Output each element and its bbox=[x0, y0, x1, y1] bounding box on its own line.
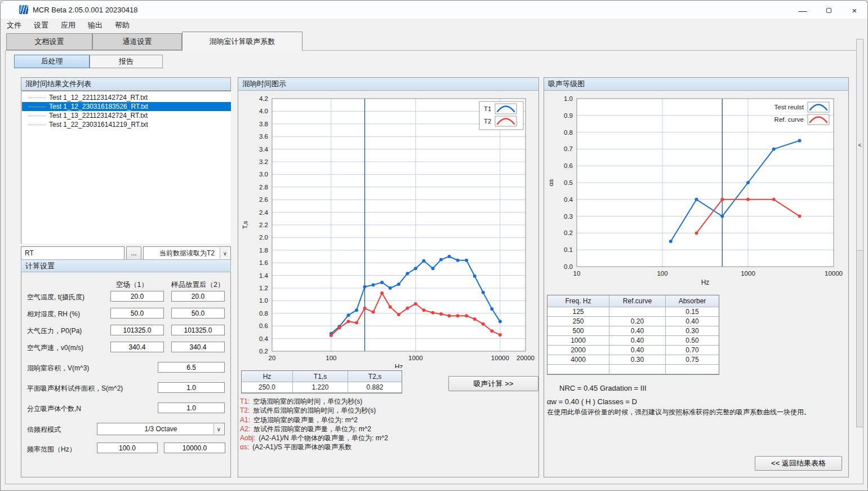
temperature-input-2[interactable] bbox=[171, 291, 225, 302]
table-cell: 250 bbox=[547, 317, 609, 326]
menu-item-help[interactable]: 帮助 bbox=[109, 19, 136, 32]
svg-text:αs: αs bbox=[547, 179, 554, 187]
table-row[interactable]: 20000.400.70 bbox=[547, 346, 719, 355]
window-title: MCR Beta 2.05.0.001 20230418 bbox=[33, 6, 137, 14]
table-cell: 0.40 bbox=[609, 346, 666, 355]
note-label: αs: bbox=[240, 443, 249, 451]
svg-text:0.3: 0.3 bbox=[564, 213, 573, 220]
svg-text:0.6: 0.6 bbox=[564, 162, 573, 169]
pressure-input-2[interactable] bbox=[171, 325, 225, 335]
table-row[interactable]: 1250.15 bbox=[547, 307, 719, 317]
table-cell: 0.40 bbox=[609, 326, 666, 336]
freq-min-input[interactable] bbox=[97, 443, 158, 453]
svg-text:0.1: 0.1 bbox=[564, 246, 573, 253]
table-header: T2,s bbox=[348, 371, 402, 382]
expand-panel-button[interactable]: < bbox=[857, 39, 863, 251]
absorption-panel: 吸声等级图 0.00.10.20.30.40.50.60.70.80.91.01… bbox=[544, 77, 849, 477]
menu-item-output[interactable]: 输出 bbox=[82, 19, 109, 32]
sample-area-input[interactable] bbox=[158, 382, 225, 393]
table-header: Freq. Hz bbox=[547, 295, 609, 307]
svg-text:T,s: T,s bbox=[242, 220, 248, 229]
subtab-postprocess[interactable]: 后处理 bbox=[14, 55, 90, 68]
table-cell bbox=[609, 365, 666, 374]
file-item[interactable]: Test 1_12_221123142724_RT.txt bbox=[22, 93, 231, 102]
menu-item-apply[interactable]: 应用 bbox=[55, 19, 82, 32]
table-cell: 250.0 bbox=[242, 382, 293, 393]
freq-max-input[interactable] bbox=[164, 443, 225, 453]
rt-chart[interactable]: 0.20.40.60.81.01.21.41.61.82.02.22.42.62… bbox=[239, 92, 538, 368]
note-text: 空场混响室的吸声量，单位为: m^2 bbox=[253, 416, 358, 424]
table-cell: 0.15 bbox=[666, 307, 719, 317]
svg-text:0.0: 0.0 bbox=[564, 263, 573, 270]
sound-speed-input-1[interactable] bbox=[110, 342, 164, 352]
octave-mode-label: 倍频程模式 bbox=[27, 425, 61, 435]
svg-text:2.8: 2.8 bbox=[259, 184, 268, 191]
absorption-chart[interactable]: 0.00.10.20.30.40.50.60.70.80.91.01010010… bbox=[545, 92, 848, 290]
absorption-calc-button[interactable]: 吸声计算 >> bbox=[448, 376, 538, 391]
nrc-result: NRC = 0.45 Gradation = III bbox=[559, 384, 647, 392]
svg-text:Hz: Hz bbox=[701, 278, 710, 286]
file-item[interactable]: Test 1_12_230316183526_RT.txt bbox=[22, 102, 231, 111]
minimize-button[interactable]: — bbox=[791, 3, 814, 17]
table-cell: 0.882 bbox=[348, 382, 402, 393]
room-volume-input[interactable] bbox=[158, 362, 225, 373]
humidity-input-1[interactable] bbox=[110, 308, 164, 319]
temperature-input-1[interactable] bbox=[110, 291, 164, 302]
sound-speed-input-2[interactable] bbox=[171, 342, 225, 352]
table-row[interactable]: 2500.200.40 bbox=[547, 317, 719, 326]
subtab-report[interactable]: 报告 bbox=[90, 55, 163, 68]
file-list[interactable]: Test 1_12_221123142724_RT.txtTest 1_12_2… bbox=[22, 91, 231, 244]
table-row[interactable] bbox=[547, 365, 719, 374]
tab-reverb-absorption[interactable]: 混响室计算吸声系数 bbox=[182, 32, 302, 51]
back-to-results-button[interactable]: << 返回结果表格 bbox=[755, 456, 842, 471]
file-item[interactable]: Test 1_22_230316141219_RT.txt bbox=[22, 120, 231, 129]
table-row[interactable]: 250.01.2200.882 bbox=[242, 382, 402, 393]
calc-settings-title: 计算设置 bbox=[21, 259, 231, 272]
note-text: 空场混响室的混响时间，单位为秒(s) bbox=[253, 397, 362, 405]
note-line: αs:(A2-A1)/S 平面吸声体的吸声系数 bbox=[240, 443, 388, 452]
note-label: Aobj: bbox=[240, 434, 255, 442]
octave-mode-dropdown[interactable]: 1/3 Octave ∨ bbox=[97, 423, 225, 435]
table-cell: 125 bbox=[547, 307, 609, 317]
rt-suffix-input[interactable] bbox=[21, 246, 124, 260]
tab-channel-settings[interactable]: 通道设置 bbox=[92, 33, 182, 50]
data-read-mode-dropdown[interactable]: 当前数据读取为T2 ∨ bbox=[143, 246, 231, 260]
menu-item-file[interactable]: 文件 bbox=[1, 19, 28, 32]
note-line: T2:放试件后混响室的混响时间，单位为秒(s) bbox=[240, 406, 388, 415]
svg-text:0.9: 0.9 bbox=[564, 112, 573, 119]
browse-button[interactable]: ... bbox=[126, 246, 141, 260]
table-row[interactable]: 10000.400.50 bbox=[547, 336, 719, 346]
svg-text:20000: 20000 bbox=[517, 355, 535, 361]
collapsed-side-panel: < bbox=[856, 39, 863, 427]
note-line: A2:放试件后混响室的吸声量，单位为: m^2 bbox=[240, 424, 388, 434]
octave-mode-value: 1/3 Octave bbox=[144, 425, 177, 433]
main-panel: 后处理 报告 混时间结果文件列表 Test 1_12_221123142724_… bbox=[5, 50, 863, 484]
tab-strip: 文档设置通道设置混响室计算吸声系数 bbox=[1, 32, 867, 50]
svg-text:0.2: 0.2 bbox=[564, 229, 573, 236]
maximize-button[interactable] bbox=[817, 3, 840, 17]
table-row[interactable]: 5000.400.30 bbox=[547, 326, 719, 336]
absorber-count-input[interactable] bbox=[158, 402, 225, 413]
menu-item-settings[interactable]: 设置 bbox=[28, 19, 55, 32]
note-text: 放试件后混响室的混响时间，单位为秒(s) bbox=[253, 406, 376, 414]
svg-text:3.6: 3.6 bbox=[259, 133, 268, 140]
table-header-row: HzT1,sT2,s bbox=[242, 371, 402, 382]
sound-speed-label: 空气声速，v0(m/s) bbox=[27, 343, 83, 353]
close-button[interactable]: × bbox=[843, 3, 866, 17]
file-item[interactable]: Test 1_13_221123142724_RT.txt bbox=[22, 111, 231, 120]
table-row[interactable]: 40000.300.75 bbox=[547, 355, 719, 365]
file-name: Test 1_12_221123142724_RT.txt bbox=[49, 94, 148, 101]
file-name: Test 1_12_230316183526_RT.txt bbox=[49, 103, 148, 110]
legend-notes: T1:空场混响室的混响时间，单位为秒(s)T2:放试件后混响室的混响时间，单位为… bbox=[240, 397, 388, 452]
svg-text:1000: 1000 bbox=[741, 270, 755, 277]
tab-document-settings[interactable]: 文档设置 bbox=[6, 33, 92, 50]
humidity-input-2[interactable] bbox=[171, 308, 225, 319]
svg-text:100: 100 bbox=[326, 355, 336, 361]
pressure-label: 大气压力，P0(Pa) bbox=[27, 326, 82, 336]
note-label: T2: bbox=[240, 406, 250, 414]
table-cell: 0.20 bbox=[609, 317, 666, 326]
absorption-title: 吸声等级图 bbox=[544, 78, 848, 91]
table-header: Ref.curve bbox=[609, 295, 666, 307]
pressure-input-1[interactable] bbox=[110, 325, 164, 335]
note-text: 放试件后混响室的吸声量，单位为: m^2 bbox=[253, 425, 371, 433]
